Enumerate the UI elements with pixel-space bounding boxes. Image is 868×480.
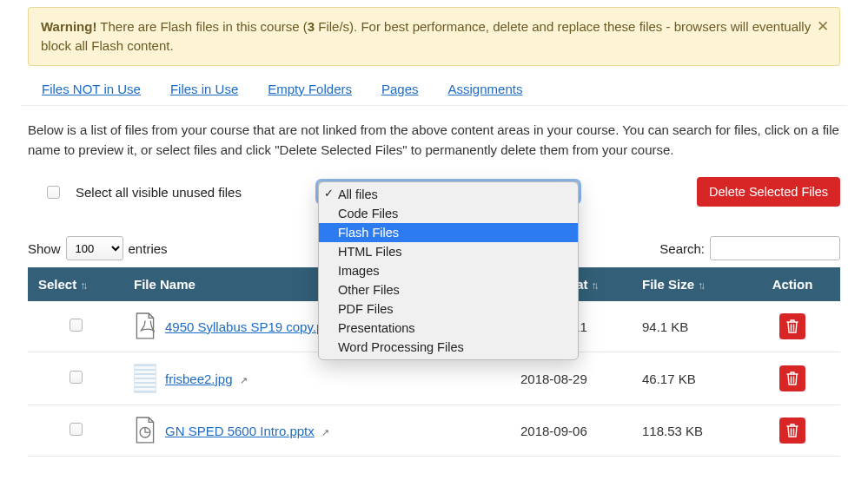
file-link[interactable]: 4950 Syllabus SP19 copy.pdf <box>165 319 335 334</box>
close-icon[interactable]: ✕ <box>817 16 829 38</box>
select-all-checkbox[interactable] <box>47 186 60 199</box>
search-input[interactable] <box>710 236 840 260</box>
size-cell: 94.1 KB <box>632 301 745 352</box>
tab-empty-folders[interactable]: Empty Folders <box>268 82 352 96</box>
sort-icon: ↑↓ <box>592 279 597 292</box>
filter-option-pdf-files[interactable]: PDF Files <box>319 299 578 319</box>
col-action: Action <box>745 267 840 301</box>
tab-assignments[interactable]: Assignments <box>448 82 523 96</box>
trash-icon <box>786 319 798 333</box>
entries-select[interactable]: 100 <box>66 236 123 260</box>
content-tabs: Files NOT in Use Files in Use Empty Fold… <box>21 75 847 106</box>
col-size[interactable]: File Size↑↓ <box>632 267 745 301</box>
filter-option-html-files[interactable]: HTML Files <box>319 242 578 261</box>
search-label: Search: <box>659 241 705 256</box>
row-checkbox[interactable] <box>70 423 83 436</box>
table-row: GN SPED 5600 Intro.pptx ↗ 2018-09-06 118… <box>28 405 840 457</box>
row-checkbox[interactable] <box>70 319 83 332</box>
pdf-file-icon <box>134 312 156 340</box>
filter-option-flash-files[interactable]: Flash Files <box>319 223 578 242</box>
toolbar: Select all visible unused files All file… <box>28 172 840 214</box>
filter-option-images[interactable]: Images <box>319 261 578 280</box>
tab-files-in-use[interactable]: Files in Use <box>170 82 238 96</box>
pptx-file-icon <box>134 417 156 444</box>
image-thumbnail-icon <box>134 364 156 393</box>
show-label: Show <box>28 241 61 256</box>
size-cell: 118.53 KB <box>632 405 745 457</box>
file-type-filter[interactable]: All files Code Files Flash Files HTML Fi… <box>318 181 579 202</box>
tab-pages[interactable]: Pages <box>381 82 419 96</box>
external-link-icon: ↗ <box>240 375 248 385</box>
sort-icon: ↑↓ <box>698 279 703 292</box>
external-link-icon: ↗ <box>321 427 329 437</box>
warning-label: Warning! <box>41 19 96 34</box>
trash-icon <box>786 424 798 437</box>
delete-selected-button[interactable]: Delete Selected Files <box>697 177 840 207</box>
size-cell: 46.17 KB <box>632 352 745 405</box>
sort-icon: ↑↓ <box>80 279 85 292</box>
updated-cell: 2018-09-06 <box>510 405 632 457</box>
row-checkbox[interactable] <box>70 371 83 384</box>
flash-warning-alert: Warning! There are Flash files in this c… <box>28 7 840 66</box>
trash-icon <box>786 372 798 385</box>
delete-row-button[interactable] <box>779 365 805 391</box>
filter-option-all-files[interactable]: All files <box>319 185 578 204</box>
intro-text: Below is a list of files from your cours… <box>28 106 840 173</box>
filter-option-other-files[interactable]: Other Files <box>319 280 578 299</box>
filter-option-word-processing[interactable]: Word Processing Files <box>319 338 578 357</box>
delete-row-button[interactable] <box>779 418 805 444</box>
delete-row-button[interactable] <box>779 313 805 339</box>
entries-label: entries <box>129 241 168 256</box>
file-link[interactable]: frisbee2.jpg <box>165 372 233 386</box>
warning-count: 3 <box>308 19 315 34</box>
tab-files-not-in-use[interactable]: Files NOT in Use <box>42 82 141 96</box>
file-type-dropdown: All files Code Files Flash Files HTML Fi… <box>318 181 579 360</box>
col-select[interactable]: Select↑↓ <box>28 267 123 301</box>
file-link[interactable]: GN SPED 5600 Intro.pptx <box>165 424 315 438</box>
select-all-label: Select all visible unused files <box>76 185 242 200</box>
filter-option-presentations[interactable]: Presentations <box>319 319 578 338</box>
filter-option-code-files[interactable]: Code Files <box>319 204 578 223</box>
warning-text-1: There are Flash files in this course ( <box>96 19 307 34</box>
